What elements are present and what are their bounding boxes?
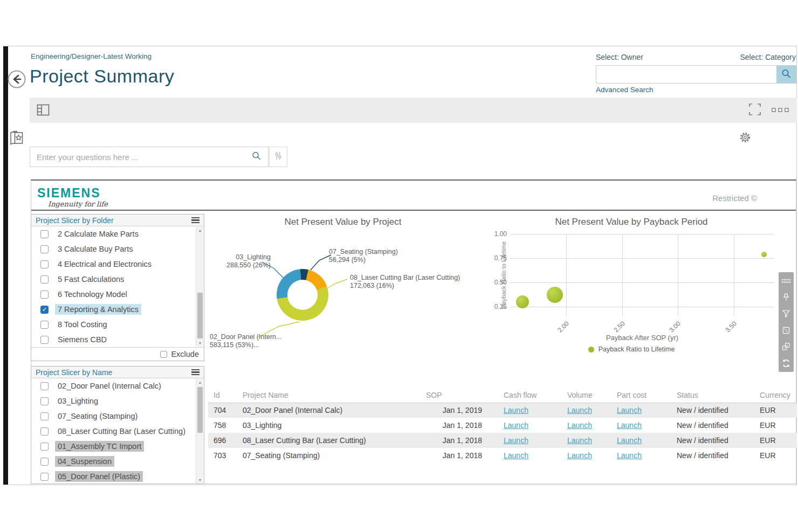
scatter-plot[interactable]: 0.250.500.751.002.002.503.003.50 — [510, 234, 774, 316]
checkbox[interactable] — [40, 336, 49, 344]
select-category-label[interactable]: Select: Category — [740, 53, 796, 61]
checkbox[interactable] — [40, 397, 49, 405]
more-options-icon[interactable] — [771, 106, 789, 114]
volume-launch-link[interactable]: Launch — [567, 436, 592, 445]
slicer-item[interactable]: 07_Seating (Stamping) — [31, 409, 204, 424]
slicer-item[interactable]: 08_Laser Cutting Bar (Laser Cutting) — [31, 424, 204, 439]
scatter-legend: Payback Ratio to Lifetime — [480, 346, 782, 353]
volume-launch-link[interactable]: Launch — [567, 451, 592, 460]
cash-flow-launch-link[interactable]: Launch — [504, 451, 528, 460]
slicer-folder-list: 2 Calculate Make Parts 3 Calculate Buy P… — [31, 226, 204, 347]
toolbar — [30, 98, 797, 123]
back-arrow-icon — [6, 82, 27, 91]
owner-search-button[interactable] — [776, 66, 796, 83]
checkbox[interactable] — [40, 412, 49, 420]
checkbox[interactable] — [40, 245, 49, 253]
slicer-item[interactable]: 2 Calculate Make Parts — [31, 226, 204, 241]
checkbox[interactable] — [40, 443, 49, 451]
bookmarks-icon[interactable] — [8, 128, 26, 147]
scrollbar[interactable]: ▲ ▼ — [196, 379, 203, 483]
slicer-item[interactable]: 5 Fast Calculations — [31, 272, 204, 287]
gear-icon[interactable] — [739, 131, 752, 144]
slicer-folder-header: Project Slicer by Folder — [31, 215, 204, 226]
legend-dot-icon — [588, 347, 594, 353]
slicer-item[interactable]: 6 Technology Model — [31, 287, 204, 302]
col-header-part-cost[interactable]: Part cost — [602, 388, 658, 403]
part-cost-launch-link[interactable]: Launch — [617, 451, 642, 460]
col-header-sop[interactable]: SOP — [417, 388, 487, 403]
pin-icon[interactable] — [781, 292, 792, 303]
slicer-item[interactable]: Siemens CBD — [31, 332, 204, 347]
scrollbar-thumb[interactable] — [197, 387, 203, 433]
volume-launch-link[interactable]: Launch — [567, 421, 592, 430]
scrollbar[interactable]: ▲ ▼ — [196, 227, 203, 347]
scroll-down-icon[interactable]: ▼ — [196, 340, 204, 347]
refresh-icon[interactable] — [781, 358, 792, 369]
part-cost-launch-link[interactable]: Launch — [617, 406, 642, 414]
slicer-item[interactable]: 02_Door Panel (Internal Calc) — [31, 378, 204, 393]
fullscreen-icon[interactable] — [747, 102, 762, 117]
part-cost-launch-link[interactable]: Launch — [617, 421, 642, 430]
scroll-down-icon[interactable]: ▼ — [196, 476, 204, 483]
col-header-project-name[interactable]: Project Name — [239, 388, 417, 403]
slicer-item[interactable]: 05_Door Panel (Plastic) — [31, 469, 204, 484]
checkbox[interactable] — [40, 306, 49, 314]
scatter-bubble[interactable] — [516, 295, 529, 308]
cash-flow-launch-link[interactable]: Launch — [504, 421, 528, 430]
owner-search-input[interactable] — [596, 66, 776, 83]
slicer-item[interactable]: 01_Assembly TC Import — [31, 439, 204, 454]
slicer-name-panel: Project Slicer by Name 02_Door Panel (In… — [31, 366, 204, 484]
volume-launch-link[interactable]: Launch — [567, 406, 592, 414]
dice-stack-icon[interactable] — [781, 341, 792, 352]
slicer-item[interactable]: 04_Suspension — [31, 454, 204, 469]
table-row: 696 08_Laser Cutting Bar (Laser Cutting)… — [208, 433, 797, 448]
question-input[interactable] — [30, 153, 251, 162]
filter-icon[interactable] — [781, 308, 792, 319]
checkbox[interactable] — [40, 260, 49, 268]
split-panel-icon[interactable] — [36, 102, 51, 118]
checkbox[interactable] — [40, 473, 49, 481]
question-search-icon[interactable] — [251, 151, 262, 163]
drag-handle-dots-icon[interactable] — [781, 275, 792, 286]
checkbox[interactable] — [40, 275, 49, 284]
slicer-item[interactable]: 03_Lighting — [31, 393, 204, 409]
table-row: 703 07_Seating (Stamping) Jan 1, 2018 La… — [208, 448, 797, 463]
advanced-search-link[interactable]: Advanced Search — [596, 86, 653, 94]
col-header-currency[interactable]: Currency — [745, 388, 797, 403]
cash-flow-launch-link[interactable]: Launch — [504, 406, 528, 414]
slicer-menu-icon[interactable] — [191, 369, 200, 375]
part-cost-launch-link[interactable]: Launch — [617, 436, 642, 445]
scrollbar-thumb[interactable] — [197, 293, 203, 338]
col-header-status[interactable]: Status — [658, 388, 745, 403]
slicer-item[interactable]: 4 Electrical and Electronics — [31, 257, 204, 272]
col-header-id[interactable]: Id — [208, 388, 239, 403]
checkbox[interactable] — [40, 230, 49, 238]
scroll-up-icon[interactable]: ▲ — [196, 227, 204, 234]
col-header-volume[interactable]: Volume — [548, 388, 602, 403]
window-left-stripe — [3, 46, 8, 485]
checkbox[interactable] — [40, 321, 49, 329]
report-logo-band: SIEMENS Ingenuity for life Restricted © — [31, 181, 796, 211]
slicer-item[interactable]: 3 Calculate Buy Parts — [31, 241, 204, 257]
slicer-item[interactable]: 8 Tool Costing — [31, 317, 204, 332]
exclude-checkbox[interactable] — [160, 351, 167, 358]
question-filter-button[interactable] — [269, 147, 287, 167]
cash-flow-launch-link[interactable]: Launch — [504, 436, 528, 445]
checkbox[interactable] — [40, 291, 49, 299]
scatter-bubble[interactable] — [761, 252, 767, 257]
scatter-chart-title: Net Present Value by Payback Period — [480, 217, 782, 227]
scroll-up-icon[interactable]: ▲ — [196, 379, 204, 386]
checkbox[interactable] — [40, 382, 49, 390]
checkbox[interactable] — [40, 427, 49, 436]
slicer-menu-icon[interactable] — [191, 217, 200, 223]
dice-icon[interactable] — [781, 325, 792, 336]
scatter-bubble[interactable] — [547, 287, 563, 303]
checkbox[interactable] — [40, 458, 49, 466]
donut-callout-seating: 07_Seating (Stamping) 56,294 (5%) — [329, 248, 398, 265]
restricted-label: Restricted © — [712, 194, 757, 203]
select-owner-label[interactable]: Select: Owner — [596, 53, 643, 61]
breadcrumb: Engineering/Designer-Latest Working — [31, 52, 152, 60]
back-button[interactable] — [6, 69, 27, 89]
slicer-item[interactable]: 7 Reporting & Analytics — [31, 302, 204, 317]
col-header-cash-flow[interactable]: Cash flow — [487, 388, 548, 403]
